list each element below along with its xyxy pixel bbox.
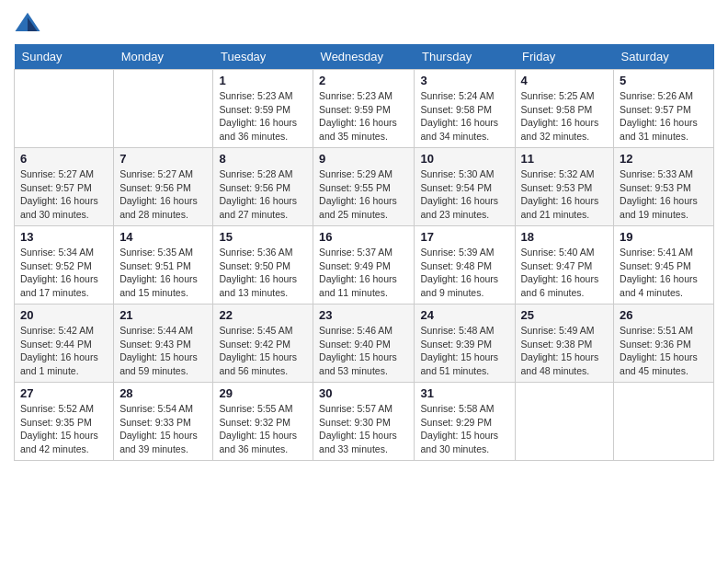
day-info: Sunrise: 5:52 AM Sunset: 9:35 PM Dayligh… xyxy=(20,402,108,456)
calendar-cell: 28Sunrise: 5:54 AM Sunset: 9:33 PM Dayli… xyxy=(114,383,213,461)
day-info: Sunrise: 5:27 AM Sunset: 9:56 PM Dayligh… xyxy=(119,167,207,222)
calendar-cell: 21Sunrise: 5:44 AM Sunset: 9:43 PM Dayli… xyxy=(114,304,213,383)
calendar-cell: 23Sunrise: 5:46 AM Sunset: 9:40 PM Dayli… xyxy=(313,304,415,383)
day-number: 28 xyxy=(119,386,207,400)
calendar-cell: 7Sunrise: 5:27 AM Sunset: 9:56 PM Daylig… xyxy=(114,148,213,226)
day-info: Sunrise: 5:25 AM Sunset: 9:58 PM Dayligh… xyxy=(521,89,609,144)
calendar-cell: 9Sunrise: 5:29 AM Sunset: 9:55 PM Daylig… xyxy=(313,148,415,226)
day-info: Sunrise: 5:24 AM Sunset: 9:58 PM Dayligh… xyxy=(420,89,508,144)
calendar-cell: 13Sunrise: 5:34 AM Sunset: 9:52 PM Dayli… xyxy=(15,226,114,304)
day-number: 11 xyxy=(521,152,609,166)
day-number: 23 xyxy=(319,308,408,322)
logo-icon xyxy=(14,9,41,37)
calendar-cell: 22Sunrise: 5:45 AM Sunset: 9:42 PM Dayli… xyxy=(213,304,313,383)
calendar-cell: 8Sunrise: 5:28 AM Sunset: 9:56 PM Daylig… xyxy=(213,148,313,226)
day-info: Sunrise: 5:46 AM Sunset: 9:40 PM Dayligh… xyxy=(319,324,408,378)
week-row: 20Sunrise: 5:42 AM Sunset: 9:44 PM Dayli… xyxy=(15,304,714,383)
day-info: Sunrise: 5:44 AM Sunset: 9:43 PM Dayligh… xyxy=(119,324,207,378)
day-number: 1 xyxy=(219,74,307,87)
day-number: 29 xyxy=(219,386,307,400)
day-number: 24 xyxy=(420,308,508,322)
day-of-week-header: Sunday xyxy=(15,44,114,70)
day-number: 27 xyxy=(20,386,108,400)
day-number: 2 xyxy=(319,74,408,87)
page-header xyxy=(14,9,714,37)
day-number: 16 xyxy=(319,230,408,244)
week-row: 6Sunrise: 5:27 AM Sunset: 9:57 PM Daylig… xyxy=(15,148,714,226)
calendar-cell: 11Sunrise: 5:32 AM Sunset: 9:53 PM Dayli… xyxy=(515,148,614,226)
calendar-cell: 6Sunrise: 5:27 AM Sunset: 9:57 PM Daylig… xyxy=(15,148,114,226)
day-info: Sunrise: 5:41 AM Sunset: 9:45 PM Dayligh… xyxy=(620,246,708,300)
day-number: 18 xyxy=(521,230,609,244)
day-info: Sunrise: 5:42 AM Sunset: 9:44 PM Dayligh… xyxy=(20,324,108,378)
day-number: 15 xyxy=(219,230,307,244)
calendar-cell: 25Sunrise: 5:49 AM Sunset: 9:38 PM Dayli… xyxy=(515,304,614,383)
day-info: Sunrise: 5:40 AM Sunset: 9:47 PM Dayligh… xyxy=(521,246,609,300)
day-info: Sunrise: 5:55 AM Sunset: 9:32 PM Dayligh… xyxy=(219,402,307,456)
day-number: 10 xyxy=(420,152,508,166)
day-info: Sunrise: 5:58 AM Sunset: 9:29 PM Dayligh… xyxy=(420,402,508,456)
day-info: Sunrise: 5:49 AM Sunset: 9:38 PM Dayligh… xyxy=(521,324,609,378)
calendar-cell xyxy=(15,70,114,148)
calendar-cell: 19Sunrise: 5:41 AM Sunset: 9:45 PM Dayli… xyxy=(614,226,714,304)
calendar-cell: 31Sunrise: 5:58 AM Sunset: 9:29 PM Dayli… xyxy=(415,383,515,461)
week-row: 1Sunrise: 5:23 AM Sunset: 9:59 PM Daylig… xyxy=(15,70,714,148)
day-number: 31 xyxy=(420,386,508,400)
day-number: 17 xyxy=(420,230,508,244)
calendar: SundayMondayTuesdayWednesdayThursdayFrid… xyxy=(14,44,714,461)
day-number: 22 xyxy=(219,308,307,322)
day-info: Sunrise: 5:36 AM Sunset: 9:50 PM Dayligh… xyxy=(219,246,307,300)
day-number: 9 xyxy=(319,152,408,166)
day-of-week-header: Tuesday xyxy=(213,44,313,70)
calendar-cell: 24Sunrise: 5:48 AM Sunset: 9:39 PM Dayli… xyxy=(415,304,515,383)
day-info: Sunrise: 5:39 AM Sunset: 9:48 PM Dayligh… xyxy=(420,246,508,300)
day-info: Sunrise: 5:26 AM Sunset: 9:57 PM Dayligh… xyxy=(620,89,708,144)
day-info: Sunrise: 5:37 AM Sunset: 9:49 PM Dayligh… xyxy=(319,246,408,300)
day-of-week-header: Monday xyxy=(114,44,213,70)
day-info: Sunrise: 5:30 AM Sunset: 9:54 PM Dayligh… xyxy=(420,167,508,222)
day-number: 6 xyxy=(20,152,108,166)
calendar-cell xyxy=(614,383,714,461)
calendar-cell: 5Sunrise: 5:26 AM Sunset: 9:57 PM Daylig… xyxy=(614,70,714,148)
day-info: Sunrise: 5:35 AM Sunset: 9:51 PM Dayligh… xyxy=(119,246,207,300)
day-number: 30 xyxy=(319,386,408,400)
calendar-cell: 3Sunrise: 5:24 AM Sunset: 9:58 PM Daylig… xyxy=(415,70,515,148)
day-of-week-header: Thursday xyxy=(415,44,515,70)
day-number: 20 xyxy=(20,308,108,322)
day-info: Sunrise: 5:29 AM Sunset: 9:55 PM Dayligh… xyxy=(319,167,408,222)
calendar-cell: 17Sunrise: 5:39 AM Sunset: 9:48 PM Dayli… xyxy=(415,226,515,304)
calendar-cell: 12Sunrise: 5:33 AM Sunset: 9:53 PM Dayli… xyxy=(614,148,714,226)
day-number: 13 xyxy=(20,230,108,244)
calendar-cell: 27Sunrise: 5:52 AM Sunset: 9:35 PM Dayli… xyxy=(15,383,114,461)
day-number: 5 xyxy=(620,74,708,87)
calendar-cell: 15Sunrise: 5:36 AM Sunset: 9:50 PM Dayli… xyxy=(213,226,313,304)
day-number: 19 xyxy=(620,230,708,244)
calendar-header-row: SundayMondayTuesdayWednesdayThursdayFrid… xyxy=(15,44,714,70)
day-number: 8 xyxy=(219,152,307,166)
week-row: 27Sunrise: 5:52 AM Sunset: 9:35 PM Dayli… xyxy=(15,383,714,461)
day-info: Sunrise: 5:57 AM Sunset: 9:30 PM Dayligh… xyxy=(319,402,408,456)
day-info: Sunrise: 5:28 AM Sunset: 9:56 PM Dayligh… xyxy=(219,167,307,222)
day-info: Sunrise: 5:27 AM Sunset: 9:57 PM Dayligh… xyxy=(20,167,108,222)
calendar-cell: 14Sunrise: 5:35 AM Sunset: 9:51 PM Dayli… xyxy=(114,226,213,304)
week-row: 13Sunrise: 5:34 AM Sunset: 9:52 PM Dayli… xyxy=(15,226,714,304)
calendar-cell: 10Sunrise: 5:30 AM Sunset: 9:54 PM Dayli… xyxy=(415,148,515,226)
calendar-cell: 4Sunrise: 5:25 AM Sunset: 9:58 PM Daylig… xyxy=(515,70,614,148)
day-number: 14 xyxy=(119,230,207,244)
day-number: 25 xyxy=(521,308,609,322)
day-of-week-header: Friday xyxy=(515,44,614,70)
day-number: 21 xyxy=(119,308,207,322)
calendar-cell: 2Sunrise: 5:23 AM Sunset: 9:59 PM Daylig… xyxy=(313,70,415,148)
calendar-cell: 29Sunrise: 5:55 AM Sunset: 9:32 PM Dayli… xyxy=(213,383,313,461)
logo xyxy=(14,9,44,37)
day-info: Sunrise: 5:54 AM Sunset: 9:33 PM Dayligh… xyxy=(119,402,207,456)
day-info: Sunrise: 5:51 AM Sunset: 9:36 PM Dayligh… xyxy=(620,324,708,378)
day-info: Sunrise: 5:45 AM Sunset: 9:42 PM Dayligh… xyxy=(219,324,307,378)
day-number: 4 xyxy=(521,74,609,87)
calendar-cell: 20Sunrise: 5:42 AM Sunset: 9:44 PM Dayli… xyxy=(15,304,114,383)
day-number: 7 xyxy=(119,152,207,166)
calendar-cell: 26Sunrise: 5:51 AM Sunset: 9:36 PM Dayli… xyxy=(614,304,714,383)
day-number: 12 xyxy=(620,152,708,166)
calendar-cell: 1Sunrise: 5:23 AM Sunset: 9:59 PM Daylig… xyxy=(213,70,313,148)
calendar-cell xyxy=(515,383,614,461)
